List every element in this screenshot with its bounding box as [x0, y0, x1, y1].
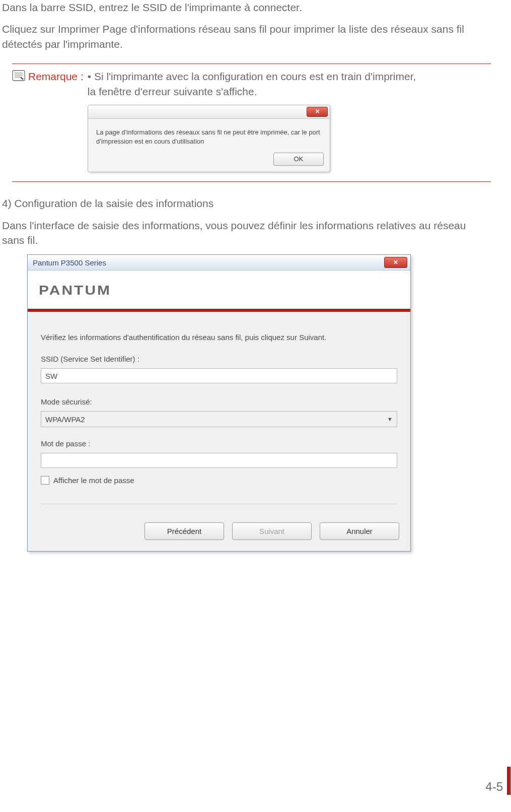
ok-button[interactable]: OK: [273, 153, 324, 166]
password-label: Mot de passe :: [41, 438, 397, 449]
cancel-button[interactable]: Annuler: [320, 522, 399, 540]
note-line-1: • Si l'imprimante avec la configuration …: [88, 71, 416, 82]
show-password-label: Afficher le mot de passe: [53, 475, 134, 486]
brand-bar: PANTUM: [28, 270, 410, 312]
previous-button[interactable]: Précédent: [144, 522, 224, 540]
chevron-down-icon: ▼: [387, 416, 393, 423]
page-number: 4-5: [485, 780, 503, 794]
security-mode-select[interactable]: WPA/WPA2 ▼: [41, 411, 397, 427]
section-4-heading: 4) Configuration de la saisie des inform…: [2, 196, 491, 211]
error-dialog-titlebar: ✕: [88, 105, 330, 119]
config-instruction: Vérifiez les informations d'authentifica…: [41, 332, 397, 343]
next-button[interactable]: Suivant: [232, 522, 312, 540]
config-dialog-titlebar: Pantum P3500 Series ✕: [28, 255, 410, 270]
password-input[interactable]: [41, 453, 397, 468]
security-mode-label: Mode sécurisé:: [41, 396, 397, 407]
intro-paragraph-1: Dans la barre SSID, entrez le SSID de l'…: [2, 0, 491, 15]
security-mode-value: WPA/WPA2: [45, 414, 85, 425]
config-dialog: Pantum P3500 Series ✕ PANTUM Vérifiez le…: [27, 254, 411, 552]
section-4-text: Dans l'interface de saisie des informati…: [2, 218, 491, 248]
ssid-input[interactable]: [41, 368, 397, 383]
note-text: • Si l'imprimante avec la configuration …: [88, 69, 416, 99]
note-label: Remarque :: [28, 69, 84, 84]
close-icon[interactable]: ✕: [384, 257, 407, 268]
error-dialog: ✕ La page d'informations des réseaux san…: [88, 105, 330, 172]
divider: [41, 504, 397, 504]
config-dialog-title: Pantum P3500 Series: [33, 257, 106, 268]
note-icon: [12, 70, 25, 81]
note-line-2: la fenêtre d'erreur suivante s'affiche.: [88, 86, 257, 97]
close-icon[interactable]: ✕: [307, 107, 328, 117]
error-dialog-message: La page d'informations des réseaux sans …: [88, 119, 330, 150]
ssid-label: SSID (Service Set Identifier) :: [41, 354, 397, 364]
show-password-checkbox[interactable]: [41, 476, 49, 485]
note-block: Remarque : • Si l'imprimante avec la con…: [12, 63, 491, 182]
intro-paragraph-2: Cliquez sur Imprimer Page d'informations…: [2, 22, 491, 51]
brand-logo: PANTUM: [39, 282, 111, 300]
